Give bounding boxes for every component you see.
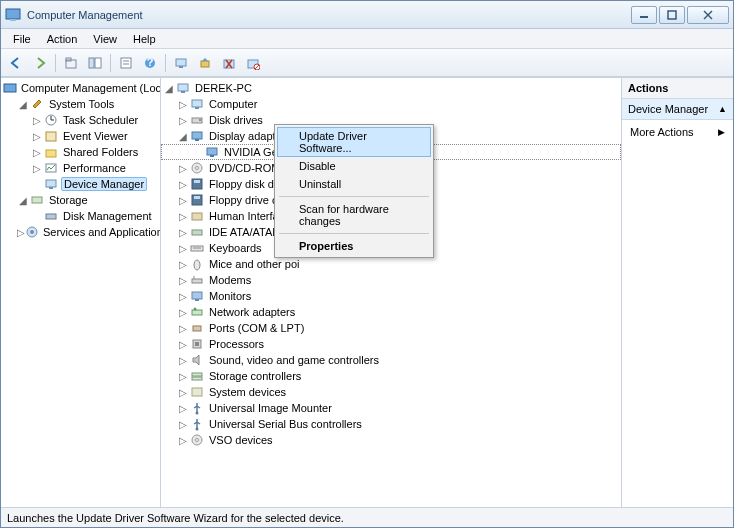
cpu-icon xyxy=(189,336,205,352)
expander-icon[interactable]: ◢ xyxy=(177,131,189,142)
computer-icon xyxy=(189,96,205,112)
monitor-icon xyxy=(189,288,205,304)
tree-event-viewer[interactable]: ▷Event Viewer xyxy=(1,128,160,144)
expander-icon[interactable]: ▷ xyxy=(177,387,189,398)
svg-point-71 xyxy=(196,428,199,431)
tree-services[interactable]: ▷Services and Applications xyxy=(1,224,160,240)
tree-root[interactable]: Computer Management (Local xyxy=(1,80,160,96)
device-category[interactable]: ▷Monitors xyxy=(161,288,621,304)
context-menu-item[interactable]: Update Driver Software... xyxy=(277,127,431,157)
console-tree[interactable]: Computer Management (Local ◢ System Tool… xyxy=(1,78,161,507)
menu-view[interactable]: View xyxy=(85,31,125,47)
device-category[interactable]: ▷Computer xyxy=(161,96,621,112)
menu-help[interactable]: Help xyxy=(125,31,164,47)
device-category[interactable]: ▷Mice and other poi xyxy=(161,256,621,272)
device-category[interactable]: ▷Sound, video and game controllers xyxy=(161,352,621,368)
scan-button[interactable] xyxy=(170,52,192,74)
tree-storage[interactable]: ◢Storage xyxy=(1,192,160,208)
device-category[interactable]: ▷Network adapters xyxy=(161,304,621,320)
actions-more[interactable]: More Actions ▶ xyxy=(622,120,733,144)
tree-performance[interactable]: ▷Performance xyxy=(1,160,160,176)
expander-icon[interactable]: ◢ xyxy=(17,99,29,110)
device-category[interactable]: ▷Modems xyxy=(161,272,621,288)
tree-system-tools[interactable]: ◢ System Tools xyxy=(1,96,160,112)
svg-text:?: ? xyxy=(147,56,154,68)
device-category[interactable]: ▷Ports (COM & LPT) xyxy=(161,320,621,336)
expander-icon[interactable]: ▷ xyxy=(177,227,189,238)
expander-icon[interactable]: ▷ xyxy=(177,355,189,366)
svg-rect-0 xyxy=(6,9,20,19)
device-category[interactable]: ▷Storage controllers xyxy=(161,368,621,384)
sound-icon xyxy=(189,352,205,368)
mouse-icon xyxy=(189,256,205,272)
usb-icon xyxy=(189,400,205,416)
maximize-button[interactable] xyxy=(659,6,685,24)
share-icon xyxy=(43,144,59,160)
tree-shared-folders[interactable]: ▷Shared Folders xyxy=(1,144,160,160)
menu-action[interactable]: Action xyxy=(39,31,86,47)
expander-icon[interactable]: ▷ xyxy=(177,115,189,126)
device-category[interactable]: ▷Processors xyxy=(161,336,621,352)
svg-rect-52 xyxy=(194,196,200,199)
expander-icon[interactable]: ▷ xyxy=(177,211,189,222)
tree-device-manager[interactable]: ▷Device Manager xyxy=(1,176,160,192)
expander-icon[interactable]: ▷ xyxy=(177,195,189,206)
network-icon xyxy=(189,304,205,320)
tools-icon xyxy=(29,96,45,112)
keyboard-icon xyxy=(189,240,205,256)
tree-task-scheduler[interactable]: ▷Task Scheduler xyxy=(1,112,160,128)
context-menu-item[interactable]: Uninstall xyxy=(277,175,431,193)
device-category[interactable]: ▷Universal Image Mounter xyxy=(161,400,621,416)
modem-icon xyxy=(189,272,205,288)
device-root[interactable]: ◢DEREK-PC xyxy=(161,80,621,96)
svg-point-70 xyxy=(196,412,199,415)
expander-icon[interactable]: ▷ xyxy=(177,179,189,190)
expander-icon[interactable]: ▷ xyxy=(177,163,189,174)
collapse-icon[interactable]: ▲ xyxy=(718,104,727,114)
expander-icon[interactable]: ▷ xyxy=(177,259,189,270)
svg-rect-61 xyxy=(195,299,199,301)
expander-icon[interactable]: ▷ xyxy=(177,419,189,430)
uninstall-button[interactable] xyxy=(218,52,240,74)
device-category[interactable]: ▷VSO devices xyxy=(161,432,621,448)
svg-rect-39 xyxy=(192,100,202,107)
window: Computer Management File Action View Hel… xyxy=(0,0,734,528)
context-menu-item[interactable]: Disable xyxy=(277,157,431,175)
tree-disk-management[interactable]: ▷Disk Management xyxy=(1,208,160,224)
expander-icon[interactable]: ▷ xyxy=(177,99,189,110)
svg-rect-15 xyxy=(176,59,186,66)
up-button[interactable] xyxy=(60,52,82,74)
services-icon xyxy=(25,224,39,240)
ide-icon xyxy=(189,224,205,240)
expander-icon[interactable]: ▷ xyxy=(177,435,189,446)
expander-icon[interactable]: ▷ xyxy=(177,243,189,254)
device-category[interactable]: ▷Universal Serial Bus controllers xyxy=(161,416,621,432)
device-category[interactable]: ▷System devices xyxy=(161,384,621,400)
disable-button[interactable] xyxy=(242,52,264,74)
svg-rect-9 xyxy=(95,58,101,68)
expander-icon[interactable]: ▷ xyxy=(177,371,189,382)
update-driver-button[interactable] xyxy=(194,52,216,74)
expander-icon[interactable]: ▷ xyxy=(177,291,189,302)
expander-icon[interactable]: ▷ xyxy=(177,307,189,318)
context-menu-item[interactable]: Properties xyxy=(277,237,431,255)
back-button[interactable] xyxy=(5,52,27,74)
expander-icon[interactable]: ▷ xyxy=(177,323,189,334)
show-hide-tree-button[interactable] xyxy=(84,52,106,74)
actions-group[interactable]: Device Manager ▲ xyxy=(622,99,733,120)
expander-icon[interactable]: ▷ xyxy=(177,339,189,350)
close-button[interactable] xyxy=(687,6,729,24)
menu-file[interactable]: File xyxy=(5,31,39,47)
actions-pane: Actions Device Manager ▲ More Actions ▶ xyxy=(621,78,733,507)
window-title: Computer Management xyxy=(27,9,631,21)
forward-button[interactable] xyxy=(29,52,51,74)
menubar: File Action View Help xyxy=(1,29,733,49)
minimize-button[interactable] xyxy=(631,6,657,24)
properties-button[interactable] xyxy=(115,52,137,74)
svg-rect-10 xyxy=(121,58,131,68)
context-menu-item[interactable]: Scan for hardware changes xyxy=(277,200,431,230)
expander-icon[interactable]: ▷ xyxy=(177,275,189,286)
help-button[interactable]: ? xyxy=(139,52,161,74)
expander-icon[interactable]: ▷ xyxy=(177,403,189,414)
svg-rect-54 xyxy=(192,230,202,235)
